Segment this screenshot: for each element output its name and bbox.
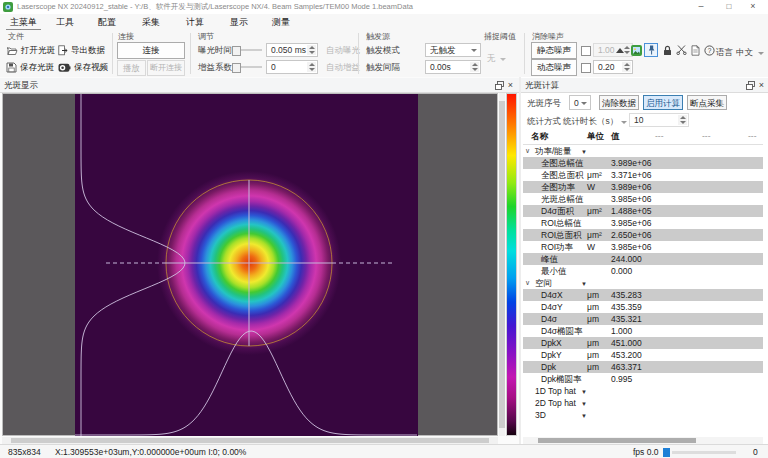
menu-main[interactable]: 主菜单 <box>6 16 41 30</box>
capture-threshold-dropdown[interactable]: 无 <box>487 53 506 65</box>
stat-duration-field[interactable]: 10 <box>629 113 689 127</box>
save-beam-button[interactable]: 保存光斑 <box>6 60 54 75</box>
titlebar: Laserscope NX 20240912_stable - Y:/B、软件开… <box>0 0 768 15</box>
static-noise-checkbox[interactable] <box>581 46 591 56</box>
table-group-row[interactable]: 3D▼ <box>523 409 763 421</box>
table-row[interactable]: 全图总面积μm²3.371e+06 <box>523 169 763 181</box>
menu-calculate[interactable]: 计算 <box>182 16 208 29</box>
gain-spinner[interactable] <box>307 62 316 72</box>
table-row[interactable]: D4σ面积μm²1.488e+05 <box>523 205 763 217</box>
image-view-icon[interactable] <box>629 43 643 57</box>
exposure-spinner[interactable] <box>307 45 316 55</box>
disconnect-button[interactable]: 断开连接 <box>147 60 185 76</box>
menu-config[interactable]: 配置 <box>94 16 120 29</box>
auto-exposure-label[interactable]: 自动曝光 <box>326 45 360 57</box>
exposure-slider-handle[interactable] <box>232 46 241 56</box>
gain-value: 0 <box>271 62 276 72</box>
table-row[interactable]: D4σ椭圆率1.000 <box>523 325 763 337</box>
fps-slider-track[interactable] <box>672 451 736 454</box>
table-group-row[interactable]: 1D Top hat▼ <box>523 385 763 397</box>
exposure-value-field[interactable]: 0.050 ms <box>266 43 318 57</box>
table-group-row[interactable]: ∨空间▼ <box>523 277 763 289</box>
table-row[interactable]: D4σXμm435.283 <box>523 289 763 301</box>
scrollbar-thumb[interactable] <box>499 101 505 428</box>
static-noise-button[interactable]: 静态噪声 <box>531 42 577 59</box>
table-row[interactable]: 光斑总幅值3.985e+06 <box>523 193 763 205</box>
table-group-row[interactable]: 2D Top hat▼ <box>523 397 763 409</box>
col-value: 值 <box>611 131 620 143</box>
group-adjust-label: 调节 <box>198 31 214 42</box>
open-beam-button[interactable]: 打开光斑 <box>6 43 55 58</box>
gain-slider-handle[interactable] <box>232 63 241 73</box>
table-row[interactable]: ROI功率W3.985e+06 <box>523 241 763 253</box>
exposure-label: 曝光时间 <box>198 45 232 57</box>
table-row[interactable]: Dpkμm463.371 <box>523 361 763 373</box>
table-row[interactable]: DpkYμm453.200 <box>523 349 763 361</box>
scrollbar-thumb[interactable] <box>538 438 696 443</box>
table-row[interactable]: Dpk椭圆率0.995 <box>523 373 763 385</box>
table-row[interactable]: 全图功率W3.989e+06 <box>523 181 763 193</box>
stat-duration-value: 10 <box>634 115 643 125</box>
export-icon <box>58 45 68 56</box>
beam-vertical-scrollbar[interactable] <box>499 93 505 436</box>
table-row[interactable]: ROI总幅值3.985e+06 <box>523 217 763 229</box>
auto-gain-label[interactable]: 自动增益 <box>326 62 360 74</box>
trigger-mode-dropdown[interactable]: 无触发 <box>425 43 481 57</box>
clear-data-button[interactable]: 清除数据 <box>599 95 639 110</box>
table-row[interactable]: D4σYμm435.359 <box>523 301 763 313</box>
dynamic-noise-checkbox[interactable] <box>581 63 591 73</box>
table-row[interactable]: ROI总面积μm²2.650e+06 <box>523 229 763 241</box>
table-row[interactable]: 峰值244.000 <box>523 253 763 265</box>
menu-tools[interactable]: 工具 <box>52 16 78 29</box>
gain-value-field[interactable]: 0 <box>266 60 318 74</box>
window-close-icon[interactable]: × <box>742 0 764 13</box>
trigger-interval-spinner[interactable] <box>470 62 479 72</box>
exposure-slider[interactable] <box>232 44 262 56</box>
help-icon[interactable]: ? <box>702 43 716 57</box>
play-button[interactable]: 播放 <box>117 60 146 76</box>
y-profile-curve <box>81 94 185 436</box>
window-minimize-icon[interactable]: – <box>690 0 712 13</box>
stat-mode-dropdown[interactable]: 统计时长（s） <box>563 116 627 128</box>
table-row[interactable]: 最小值0.000 <box>523 265 763 277</box>
table-group-row[interactable]: ∨功率/能量▼ <box>523 145 763 157</box>
enable-calc-button[interactable]: 启用计算 <box>643 95 683 110</box>
gain-slider[interactable] <box>232 61 262 73</box>
trigger-interval-field[interactable]: 0.00s <box>425 60 481 74</box>
export-data-button[interactable]: 导出数据 <box>58 43 105 58</box>
fps-slider-handle[interactable] <box>663 448 670 457</box>
dynamic-noise-button[interactable]: 动态噪声 <box>531 59 577 76</box>
scissors-icon[interactable] <box>674 43 688 57</box>
beam-horizontal-scrollbar[interactable] <box>2 437 498 444</box>
float-panel-icon[interactable] <box>746 81 755 90</box>
document-icon[interactable] <box>688 43 702 57</box>
calc-horizontal-scrollbar[interactable] <box>523 437 763 444</box>
menu-display[interactable]: 显示 <box>226 16 252 29</box>
beam-panel-title: 光斑显示 <box>4 80 38 90</box>
cursor-readout-text: X:1.309553e+03um,Y:0.000000e+00um I:0; 0… <box>55 447 246 457</box>
connect-button[interactable]: 连接 <box>117 42 185 59</box>
beam-viewer[interactable] <box>2 93 498 436</box>
lock-icon[interactable] <box>660 43 674 57</box>
beam-seq-dropdown[interactable]: 0 <box>569 95 591 110</box>
dynamic-noise-field[interactable]: 0.20 <box>593 60 633 74</box>
pin-icon[interactable] <box>644 43 658 57</box>
close-panel-icon[interactable]: × <box>759 80 764 91</box>
stat-duration-spinner[interactable] <box>678 115 687 125</box>
float-panel-icon[interactable] <box>495 81 504 90</box>
scrollbar-thumb[interactable] <box>11 438 489 443</box>
window-maximize-icon[interactable]: □ <box>718 0 740 13</box>
menu-measure[interactable]: 测量 <box>268 16 294 29</box>
table-row[interactable]: D4σμm435.321 <box>523 313 763 325</box>
menu-acquire[interactable]: 采集 <box>138 16 164 29</box>
table-row[interactable]: 全图总幅值3.989e+06 <box>523 157 763 169</box>
beam-image[interactable] <box>75 94 418 436</box>
beam-overlay <box>75 94 418 436</box>
save-video-button[interactable]: 保存视频 <box>58 60 108 75</box>
language-dropdown[interactable]: 中文 <box>736 47 764 59</box>
dynamic-noise-spinner[interactable] <box>622 62 631 72</box>
collapse-toolbar-icon[interactable] <box>613 43 627 57</box>
table-row[interactable]: DpkXμm451.000 <box>523 337 763 349</box>
breakpoint-acquire-button[interactable]: 断点采集 <box>687 95 727 110</box>
close-panel-icon[interactable]: × <box>508 80 513 91</box>
